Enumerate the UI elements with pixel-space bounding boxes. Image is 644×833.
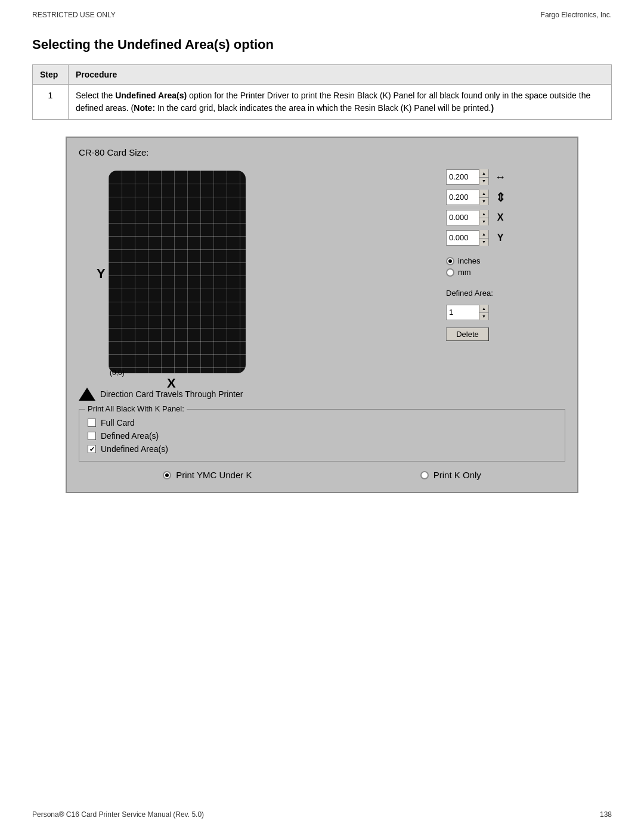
mm-label: mm bbox=[458, 268, 471, 277]
defined-areas-label: Defined Area(s) bbox=[101, 431, 159, 441]
y-value: 0.000 bbox=[447, 230, 479, 246]
step-number: 1 bbox=[33, 85, 69, 120]
y-spinbox-arrows[interactable]: ▲ ▼ bbox=[479, 230, 488, 246]
defined-area-label: Defined Area: bbox=[446, 289, 565, 298]
inches-radio-btn[interactable] bbox=[446, 257, 454, 265]
print-ymc-radio-item[interactable]: Print YMC Under K bbox=[163, 470, 252, 480]
table-header-step: Step bbox=[33, 65, 69, 85]
y-axis-label: Y bbox=[97, 266, 106, 281]
y-spinbox-row: 0.000 ▲ ▼ Y bbox=[446, 230, 565, 246]
delete-button[interactable]: Delete bbox=[446, 327, 489, 341]
card-grid-area: Y X (0,0) Direction Card Travels Through… bbox=[79, 165, 434, 401]
procedure-table: Step Procedure 1 Select the Undefined Ar… bbox=[32, 64, 612, 120]
table-row: 1 Select the Undefined Area(s) option fo… bbox=[33, 85, 612, 120]
undefined-areas-label: Undefined Area(s) bbox=[101, 444, 168, 454]
x-spinbox-arrows[interactable]: ▲ ▼ bbox=[479, 210, 488, 225]
defined-area-spinbox-row: 1 ▲ ▼ bbox=[446, 305, 565, 320]
controls-area: 0.200 ▲ ▼ ↔ 0.200 ▲ ▼ bbox=[446, 165, 565, 341]
x-up-btn[interactable]: ▲ bbox=[479, 210, 488, 218]
print-black-section: Print All Black With K Panel: Full Card … bbox=[79, 409, 565, 462]
y-up-btn[interactable]: ▲ bbox=[479, 230, 488, 239]
width-icon: ↔ bbox=[493, 171, 508, 184]
footer-left: Persona® C16 Card Printer Service Manual… bbox=[32, 810, 204, 819]
y-icon: Y bbox=[493, 233, 508, 243]
width-spinbox[interactable]: 0.200 ▲ ▼ bbox=[446, 169, 489, 185]
table-header-procedure: Procedure bbox=[69, 65, 612, 85]
ui-box-title: CR-80 Card Size: bbox=[79, 147, 565, 157]
height-spinbox-row: 0.200 ▲ ▼ ⇕ bbox=[446, 190, 565, 205]
x-icon: X bbox=[493, 212, 508, 223]
width-spinbox-row: 0.200 ▲ ▼ ↔ bbox=[446, 169, 565, 185]
defined-areas-checkbox-row[interactable]: Defined Area(s) bbox=[88, 431, 556, 441]
height-up-btn[interactable]: ▲ bbox=[479, 190, 488, 198]
height-down-btn[interactable]: ▼ bbox=[479, 198, 488, 206]
origin-label: (0,0) bbox=[110, 368, 434, 377]
height-spinbox-arrows[interactable]: ▲ ▼ bbox=[479, 190, 488, 205]
step-procedure: Select the Undefined Area(s) option for … bbox=[69, 85, 612, 120]
direction-text: Direction Card Travels Through Printer bbox=[100, 389, 243, 399]
height-value: 0.200 bbox=[447, 190, 479, 205]
print-black-legend: Print All Black With K Panel: bbox=[85, 404, 187, 413]
mm-radio-btn[interactable] bbox=[446, 268, 454, 277]
x-spinbox-row: 0.000 ▲ ▼ X bbox=[446, 210, 565, 225]
page-title: Selecting the Undefined Area(s) option bbox=[32, 37, 612, 52]
width-value: 0.200 bbox=[447, 169, 479, 185]
header-right: Fargo Electronics, Inc. bbox=[541, 11, 612, 19]
header-left: RESTRICTED USE ONLY bbox=[32, 11, 116, 19]
defined-area-arrows[interactable]: ▲ ▼ bbox=[479, 305, 488, 320]
print-k-only-label: Print K Only bbox=[434, 470, 481, 480]
defined-area-up-btn[interactable]: ▲ bbox=[479, 305, 488, 313]
height-spinbox[interactable]: 0.200 ▲ ▼ bbox=[446, 190, 489, 205]
bottom-radio-row: Print YMC Under K Print K Only bbox=[79, 470, 565, 480]
ui-screenshot-box: CR-80 Card Size: Y X (0,0) Direction Car… bbox=[66, 137, 578, 493]
full-card-label: Full Card bbox=[101, 418, 135, 428]
width-spinbox-arrows[interactable]: ▲ ▼ bbox=[479, 169, 488, 185]
up-arrow-icon bbox=[79, 388, 95, 401]
footer-right: 138 bbox=[600, 810, 612, 819]
defined-area-value: 1 bbox=[447, 305, 479, 320]
undefined-areas-checkbox-row[interactable]: ✔ Undefined Area(s) bbox=[88, 444, 556, 454]
print-k-only-radio-item[interactable]: Print K Only bbox=[420, 470, 481, 480]
full-card-checkbox-row[interactable]: Full Card bbox=[88, 418, 556, 428]
y-spinbox[interactable]: 0.000 ▲ ▼ bbox=[446, 230, 489, 246]
print-ymc-radio-btn[interactable] bbox=[163, 471, 171, 479]
direction-row: Direction Card Travels Through Printer bbox=[79, 388, 434, 401]
x-value: 0.000 bbox=[447, 210, 479, 225]
undefined-areas-checkbox[interactable]: ✔ bbox=[88, 445, 96, 453]
defined-areas-checkbox[interactable] bbox=[88, 432, 96, 440]
print-ymc-label: Print YMC Under K bbox=[176, 470, 252, 480]
print-k-only-radio-btn[interactable] bbox=[420, 471, 429, 479]
inches-label: inches bbox=[458, 256, 481, 265]
defined-area-down-btn[interactable]: ▼ bbox=[479, 313, 488, 321]
x-down-btn[interactable]: ▼ bbox=[479, 218, 488, 226]
card-grid bbox=[109, 171, 246, 373]
width-up-btn[interactable]: ▲ bbox=[479, 169, 488, 178]
unit-radio-group: inches mm bbox=[446, 256, 565, 277]
inches-radio-row[interactable]: inches bbox=[446, 256, 565, 265]
defined-area-spinbox[interactable]: 1 ▲ ▼ bbox=[446, 305, 489, 320]
width-down-btn[interactable]: ▼ bbox=[479, 178, 488, 185]
x-spinbox[interactable]: 0.000 ▲ ▼ bbox=[446, 210, 489, 225]
height-icon: ⇕ bbox=[493, 190, 508, 205]
mm-radio-row[interactable]: mm bbox=[446, 268, 565, 277]
y-down-btn[interactable]: ▼ bbox=[479, 239, 488, 246]
full-card-checkbox[interactable] bbox=[88, 419, 96, 427]
